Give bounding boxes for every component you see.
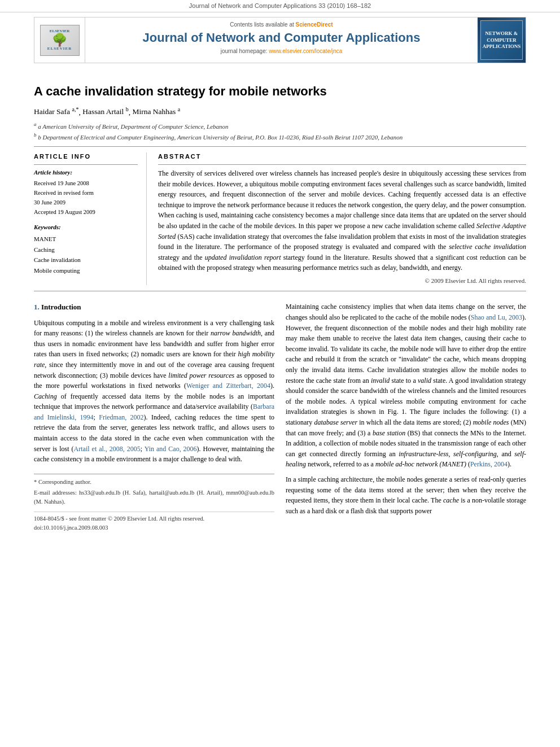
homepage-prefix: journal homepage: <box>221 48 268 54</box>
journal-title-banner: Journal of Network and Computer Applicat… <box>91 30 472 45</box>
sciencedirect-link[interactable]: ScienceDirect <box>296 21 333 28</box>
divider-bottom <box>34 291 526 291</box>
keyword-cache-invalidation: Cache invalidation <box>34 255 138 265</box>
article-dates: Received 19 June 2008 Received in revise… <box>34 179 138 217</box>
body-left-col: 1. Introduction Ubiquitous computing in … <box>34 302 274 532</box>
elsevier-logo-container: ELSEVIER 🌳 ELSEVIER <box>34 18 85 63</box>
affiliation-b: b b Department of Electrical and Compute… <box>34 132 526 142</box>
ref-yin[interactable]: Yin and Cao, 2006 <box>145 445 197 453</box>
body-content: 1. Introduction Ubiquitous computing in … <box>34 302 526 532</box>
elsevier-logo: ELSEVIER 🌳 ELSEVIER <box>40 25 80 56</box>
keywords-label: Keywords: <box>34 223 138 231</box>
keywords-section: Keywords: MANET Caching Cache invalidati… <box>34 223 138 276</box>
article-info-column: ARTICLE INFO Article history: Received 1… <box>34 152 147 286</box>
affiliations: a a American University of Beirut, Depar… <box>34 121 526 141</box>
issn-line: 1084-8045/$ - see front matter © 2009 El… <box>34 514 274 523</box>
bottom-copyright: 1084-8045/$ - see front matter © 2009 El… <box>34 512 274 533</box>
sciencedirect-line: Contents lists available at ScienceDirec… <box>91 21 472 29</box>
article-info-abstract-section: ARTICLE INFO Article history: Received 1… <box>34 152 526 286</box>
intro-paragraph-1: Ubiquitous computing in a mobile and wir… <box>34 318 274 465</box>
ref-shao[interactable]: Shao and Lu, 2003 <box>471 313 522 321</box>
main-content-area: A cache invalidation strategy for mobile… <box>34 68 526 538</box>
abstract-column: ABSTRACT The diversity of services deliv… <box>158 152 526 286</box>
accepted-date: Accepted 19 August 2009 <box>34 208 138 217</box>
revised-label: Received in revised form <box>34 189 138 198</box>
journal-reference-text: Journal of Network and Computer Applicat… <box>189 2 371 9</box>
journal-homepage-line: journal homepage: www.elsevier.com/locat… <box>91 47 472 55</box>
keywords-list: MANET Caching Cache invalidation Mobile … <box>34 234 138 276</box>
journal-header-banner: ELSEVIER 🌳 ELSEVIER Contents lists avail… <box>34 17 526 63</box>
divider-top <box>34 146 526 147</box>
footnotes: * Corresponding author. E-mail addresses… <box>34 474 274 507</box>
ref-barbara[interactable]: Barbara and Imielinski, 1994 <box>34 403 274 421</box>
revised-date: 30 June 2009 <box>34 198 138 208</box>
ref-artail[interactable]: Artail et al., 2008, 2005 <box>74 445 141 453</box>
ref-friedman[interactable]: Friedman, 2002 <box>99 413 143 421</box>
copyright-line: © 2009 Elsevier Ltd. All rights reserved… <box>158 277 526 285</box>
article-info-header: ARTICLE INFO <box>34 152 138 161</box>
section-title-text: Introduction <box>41 303 81 311</box>
ref-perkins[interactable]: Perkins, 2004 <box>470 460 508 468</box>
abstract-text: The diversity of services delivered over… <box>158 168 526 273</box>
homepage-link[interactable]: www.elsevier.com/locate/jnca <box>269 48 342 54</box>
journal-cover-image: NETWORK &COMPUTERAPPLICATIONS <box>480 20 523 60</box>
affiliation-a: a a American University of Beirut, Depar… <box>34 121 526 131</box>
author-haidar: Haidar Safa a,* <box>34 107 78 116</box>
author-mirna: Mirna Nahhas a <box>132 107 180 116</box>
journal-title-area: Contents lists available at ScienceDirec… <box>85 18 478 63</box>
authors-line: Haidar Safa a,*, Hassan Artail b, Mirna … <box>34 106 526 117</box>
received-date: Received 19 June 2008 <box>34 179 138 189</box>
abstract-header: ABSTRACT <box>158 152 526 161</box>
footnote-email: E-mail addresses: hs33@aub.edu.lb (H. Sa… <box>34 488 274 507</box>
footnote-corresponding: * Corresponding author. <box>34 478 274 487</box>
keyword-mobile-computing: Mobile computing <box>34 265 138 276</box>
keyword-caching: Caching <box>34 244 138 255</box>
cover-text: NETWORK &COMPUTERAPPLICATIONS <box>483 30 520 50</box>
ref-weniger[interactable]: Weniger and Zitterbart, 2004 <box>186 382 270 390</box>
section-number: 1. <box>34 303 40 311</box>
right-paragraph-1: Maintaining cache consistency implies th… <box>286 302 526 470</box>
article-title: A cache invalidation strategy for mobile… <box>34 84 526 100</box>
article-history-label: Article history: <box>34 168 138 177</box>
keyword-manet: MANET <box>34 234 138 244</box>
elsevier-logo-bottom: ELSEVIER <box>47 46 72 52</box>
journal-reference-bar: Journal of Network and Computer Applicat… <box>0 0 560 12</box>
doi-line: doi:10.1016/j.jnca.2009.08.003 <box>34 523 274 532</box>
elsevier-logo-icon: 🌳 <box>52 34 67 46</box>
body-right-col: Maintaining cache consistency implies th… <box>286 302 526 532</box>
journal-cover-thumbnail: NETWORK &COMPUTERAPPLICATIONS <box>478 18 526 63</box>
right-paragraph-2: In a simple caching architecture, the mo… <box>286 474 526 516</box>
sciencedirect-prefix: Contents lists available at <box>230 21 294 28</box>
intro-section-title: 1. Introduction <box>34 302 274 313</box>
author-hassan: Hassan Artail b <box>82 107 129 116</box>
